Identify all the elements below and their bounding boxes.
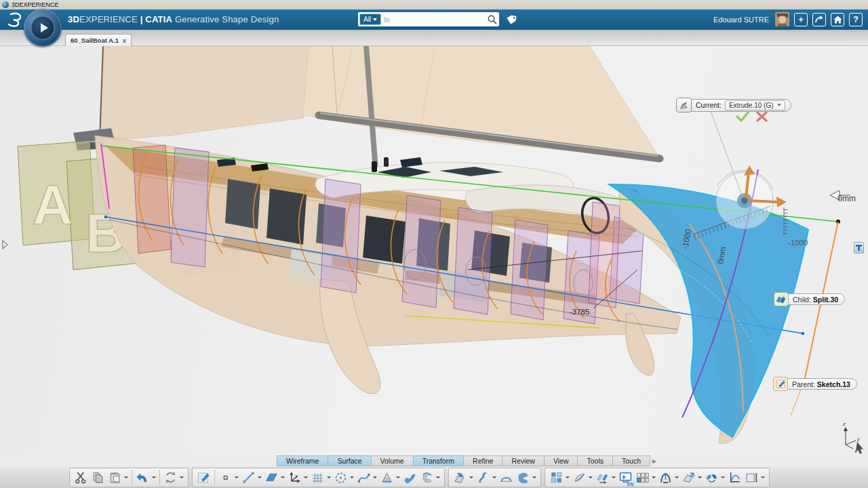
sweep-button[interactable]: [401, 468, 418, 486]
pattern-dropdown-arrow[interactable]: [566, 476, 570, 479]
join-healing-button[interactable]: [703, 468, 726, 486]
blend-dropdown-arrow[interactable]: [532, 476, 536, 479]
pattern-button[interactable]: [548, 468, 571, 486]
current-feature-dropdown[interactable]: Extrude.10 (G): [725, 100, 785, 110]
tab-touch[interactable]: Touch: [612, 455, 650, 466]
tabs-overflow-icon[interactable]: ▶: [652, 458, 656, 464]
paste-dropdown-arrow[interactable]: [124, 476, 128, 479]
ok-check-button[interactable]: [736, 111, 749, 122]
document-tab[interactable]: 60_SailBoat A.1 x: [65, 34, 132, 46]
point-button[interactable]: [217, 468, 240, 486]
user-avatar[interactable]: [775, 12, 789, 26]
revolve-dropdown-arrow[interactable]: [436, 476, 440, 479]
search-icon[interactable]: [487, 14, 498, 25]
manipulator-right-arrow[interactable]: [747, 201, 778, 202]
axis-system-dropdown-arrow[interactable]: [304, 476, 308, 479]
line-icon: [241, 470, 256, 485]
share-button[interactable]: [812, 13, 826, 26]
matrix-pattern-dropdown-arrow[interactable]: [652, 476, 656, 479]
circle-button[interactable]: [332, 468, 355, 486]
tab-transform[interactable]: Transform: [413, 455, 463, 466]
tab-surface[interactable]: Surface: [328, 455, 370, 466]
blend-button[interactable]: [515, 468, 538, 486]
3dexperience-compass[interactable]: [24, 9, 62, 47]
wireframe-group: [192, 468, 445, 487]
spline-dropdown-arrow[interactable]: [373, 476, 377, 479]
add-button[interactable]: +: [794, 13, 808, 26]
axis-system-button[interactable]: [286, 468, 309, 486]
symmetry-dropdown-arrow[interactable]: [589, 476, 593, 479]
axis-y-label: y: [856, 436, 861, 442]
axis-icon: [288, 470, 302, 485]
revolve-button[interactable]: [418, 468, 441, 486]
update-button[interactable]: [162, 468, 185, 486]
tree-expander-chevron[interactable]: [1, 239, 9, 253]
styled-sweep-dropdown-arrow[interactable]: [492, 476, 496, 479]
extrapolate-button[interactable]: [657, 468, 680, 486]
tab-tools[interactable]: Tools: [577, 455, 612, 466]
extrapolate-dropdown-arrow[interactable]: [675, 476, 679, 479]
law-button[interactable]: [726, 468, 743, 486]
search-input[interactable]: [381, 16, 487, 24]
panel-expander-button[interactable]: [854, 242, 864, 253]
search-filter-dropdown[interactable]: All: [359, 14, 381, 25]
circle-dropdown-arrow[interactable]: [350, 476, 354, 479]
help-button[interactable]: ?: [849, 13, 863, 26]
close-icon[interactable]: x: [123, 37, 126, 44]
extract-button[interactable]: [680, 468, 703, 486]
multi-section-surface-button[interactable]: [378, 468, 401, 486]
document-tab-label: 60_SailBoat A.1: [71, 37, 119, 44]
point-dropdown-arrow[interactable]: [235, 476, 239, 479]
matrix-pattern-button[interactable]: [634, 468, 657, 486]
line-button[interactable]: [240, 468, 263, 486]
spline-button[interactable]: [355, 468, 378, 486]
extract-dropdown-arrow[interactable]: [698, 476, 702, 479]
plane-button[interactable]: [263, 468, 286, 486]
instantiate-xn-button[interactable]: XN: [617, 468, 634, 486]
3d-viewport[interactable]: A B C: [0, 46, 868, 455]
child-feature-tag[interactable]: Child: Split.30: [774, 292, 845, 306]
join-healing-dropdown-arrow[interactable]: [721, 476, 725, 479]
line-dropdown-arrow[interactable]: [258, 476, 262, 479]
home-button[interactable]: [831, 13, 844, 26]
user-name[interactable]: Edouard SUTRE: [713, 16, 769, 24]
toolbar-separator: [159, 470, 160, 485]
measure-button[interactable]: [743, 468, 766, 486]
undo-dropdown-arrow[interactable]: [152, 476, 156, 479]
styled-sweep-button[interactable]: [475, 468, 498, 486]
current-pill: Current: Extrude.10 (G): [690, 99, 791, 112]
compass-play-button[interactable]: [31, 16, 55, 40]
split-button[interactable]: [452, 468, 475, 486]
blend-icon: [516, 470, 530, 485]
work-grid-button[interactable]: [309, 468, 332, 486]
sketch-button[interactable]: [195, 468, 212, 486]
parent-feature-tag[interactable]: Parent: Sketch.13: [773, 377, 857, 391]
undo-button[interactable]: [134, 468, 157, 486]
multi-section-surface-dropdown-arrow[interactable]: [396, 476, 400, 479]
cancel-x-button[interactable]: [756, 111, 768, 122]
mirror-dropdown-arrow[interactable]: [612, 476, 616, 479]
plane-dropdown-arrow[interactable]: [281, 476, 285, 479]
extrapolate-icon: [658, 470, 673, 485]
tab-wireframe[interactable]: Wireframe: [277, 455, 328, 466]
paste-button[interactable]: [106, 468, 130, 486]
current-tool-button[interactable]: [676, 98, 692, 113]
copy-button[interactable]: [90, 468, 106, 486]
symmetry-button[interactable]: [571, 468, 594, 486]
measure-hull-dim: -3785: [570, 308, 589, 316]
tab-view[interactable]: View: [544, 455, 578, 466]
fill-button[interactable]: [498, 468, 515, 486]
tab-volume[interactable]: Volume: [371, 455, 413, 466]
work-grid-dropdown-arrow[interactable]: [327, 476, 331, 479]
sails[interactable]: [100, 46, 659, 157]
cut-button[interactable]: [73, 468, 90, 486]
tag-search-button[interactable]: [505, 13, 518, 26]
mirror-button[interactable]: [594, 468, 617, 486]
split-dropdown-arrow[interactable]: [469, 476, 473, 479]
tab-refine[interactable]: Refine: [463, 455, 502, 466]
update-dropdown-arrow[interactable]: [180, 476, 184, 479]
3ds-logo-icon[interactable]: [7, 12, 24, 28]
sweep2-icon: [476, 470, 490, 485]
measure-dropdown-arrow[interactable]: [761, 476, 765, 479]
tab-review[interactable]: Review: [502, 455, 543, 466]
